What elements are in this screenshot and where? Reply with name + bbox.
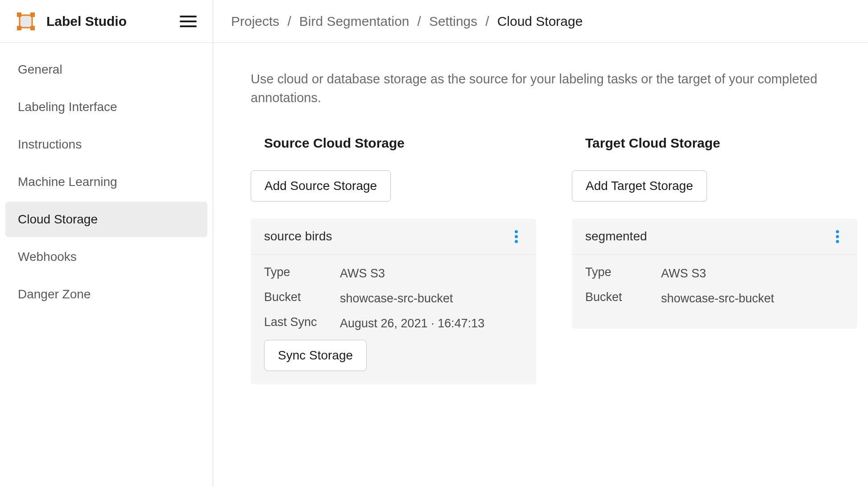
svg-rect-3 (17, 26, 21, 30)
row-last-sync: Last Sync August 26, 2021 · 16:47:13 (264, 315, 523, 332)
card-body: Type AWS S3 Bucket showcase-src-bucket (572, 255, 857, 329)
card-title: segmented (585, 229, 647, 244)
crumb-project-name[interactable]: Bird Segmentation (299, 14, 409, 29)
add-source-storage-button[interactable]: Add Source Storage (251, 170, 391, 202)
card-body: Type AWS S3 Bucket showcase-src-bucket L… (251, 255, 536, 384)
svg-rect-0 (20, 15, 32, 28)
type-value: AWS S3 (340, 265, 385, 282)
type-label: Type (585, 265, 661, 279)
card-title: source birds (264, 229, 332, 244)
card-header: source birds (251, 219, 536, 255)
bucket-value: showcase-src-bucket (340, 290, 453, 307)
row-type: Type AWS S3 (585, 265, 844, 282)
sidebar-item-machine-learning[interactable]: Machine Learning (5, 164, 207, 200)
sidebar-item-cloud-storage[interactable]: Cloud Storage (5, 202, 207, 237)
source-storage-card: source birds Type AWS S3 Bucket showcase… (251, 219, 536, 384)
crumb-current: Cloud Storage (497, 14, 583, 29)
bucket-value: showcase-src-bucket (661, 290, 774, 307)
more-icon[interactable] (509, 230, 523, 243)
bucket-label: Bucket (264, 290, 340, 304)
svg-rect-2 (30, 12, 35, 17)
bucket-label: Bucket (585, 290, 661, 304)
crumb-settings[interactable]: Settings (429, 14, 477, 29)
type-label: Type (264, 265, 340, 279)
card-header: segmented (572, 219, 857, 255)
breadcrumb-sep: / (485, 14, 489, 29)
content: Use cloud or database storage as the sou… (213, 43, 868, 402)
source-heading: Source Cloud Storage (251, 136, 536, 151)
sidebar: Label Studio General Labeling Interface … (0, 0, 213, 487)
breadcrumb: Projects / Bird Segmentation / Settings … (213, 0, 868, 43)
crumb-projects[interactable]: Projects (231, 14, 279, 29)
brand-name: Label Studio (46, 14, 127, 29)
sync-storage-button[interactable]: Sync Storage (264, 340, 367, 371)
breadcrumb-sep: / (287, 14, 291, 29)
row-type: Type AWS S3 (264, 265, 523, 282)
main: Projects / Bird Segmentation / Settings … (213, 0, 868, 487)
sidebar-item-general[interactable]: General (5, 52, 207, 87)
more-icon[interactable] (831, 230, 844, 243)
storage-columns: Source Cloud Storage Add Source Storage … (251, 136, 841, 384)
breadcrumb-sep: / (417, 14, 421, 29)
sidebar-nav: General Labeling Interface Instructions … (0, 43, 213, 323)
page-description: Use cloud or database storage as the sou… (251, 70, 831, 107)
add-target-storage-button[interactable]: Add Target Storage (572, 170, 707, 202)
sidebar-header: Label Studio (0, 0, 213, 43)
logo-icon (15, 11, 37, 32)
hamburger-icon[interactable] (180, 12, 198, 30)
target-heading: Target Cloud Storage (572, 136, 857, 151)
source-column: Source Cloud Storage Add Source Storage … (251, 136, 536, 384)
row-bucket: Bucket showcase-src-bucket (585, 290, 844, 307)
target-storage-card: segmented Type AWS S3 Bucket showcase-sr… (572, 219, 857, 329)
lastsync-value: August 26, 2021 · 16:47:13 (340, 315, 484, 332)
type-value: AWS S3 (661, 265, 706, 282)
sidebar-item-instructions[interactable]: Instructions (5, 127, 207, 162)
target-column: Target Cloud Storage Add Target Storage … (572, 136, 857, 384)
svg-rect-1 (17, 12, 21, 17)
sidebar-item-webhooks[interactable]: Webhooks (5, 239, 207, 275)
sidebar-item-labeling-interface[interactable]: Labeling Interface (5, 89, 207, 125)
svg-rect-4 (30, 26, 35, 30)
brand[interactable]: Label Studio (15, 11, 127, 32)
row-bucket: Bucket showcase-src-bucket (264, 290, 523, 307)
lastsync-label: Last Sync (264, 315, 340, 329)
sidebar-item-danger-zone[interactable]: Danger Zone (5, 277, 207, 312)
